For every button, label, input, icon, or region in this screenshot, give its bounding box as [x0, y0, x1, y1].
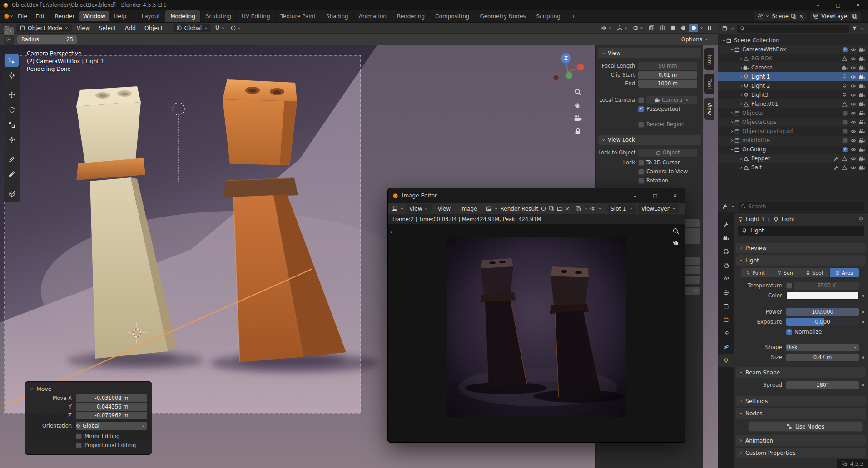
eye-icon[interactable] — [850, 83, 856, 89]
zoom-icon[interactable] — [574, 88, 582, 96]
tab-rendering[interactable]: Rendering — [392, 10, 430, 22]
spread-field[interactable]: 180° — [786, 381, 859, 389]
tab-world[interactable] — [718, 286, 734, 299]
tab-collection[interactable] — [718, 299, 734, 313]
menu-view[interactable]: View — [73, 24, 94, 32]
image-editor-canvas[interactable] — [388, 225, 685, 442]
expand-icon[interactable] — [739, 75, 743, 79]
lock-view-icon[interactable] — [574, 128, 582, 135]
render-visibility-icon[interactable] — [859, 165, 865, 171]
collection-checkbox[interactable] — [843, 147, 848, 152]
scale-tool[interactable] — [5, 118, 19, 132]
expand-icon[interactable] — [730, 138, 734, 143]
eye-icon[interactable] — [850, 65, 856, 71]
menu-add[interactable]: Add — [121, 24, 139, 32]
use-nodes-button[interactable]: Use Nodes — [748, 421, 863, 432]
power-slider[interactable]: 100.000 — [786, 308, 859, 316]
outliner-row-bg-box[interactable]: BG BOX — [718, 54, 868, 63]
collection-checkbox[interactable] — [843, 120, 848, 125]
tab-shading[interactable]: Shading — [321, 10, 353, 22]
chevron-down-icon[interactable] — [860, 26, 864, 30]
expand-icon[interactable] — [739, 66, 743, 70]
view-section-header[interactable]: View — [598, 48, 701, 58]
move-x-field[interactable]: -0.031008 m — [76, 394, 147, 402]
new-image-icon[interactable] — [549, 206, 555, 212]
view-layer-selector[interactable]: ViewLayer — [810, 12, 861, 21]
settings-section-header[interactable]: Settings — [736, 396, 866, 406]
tab-view[interactable]: View — [704, 98, 714, 120]
tab-physics[interactable] — [718, 340, 734, 354]
camera-view-icon[interactable] — [574, 114, 582, 122]
overlay-icon[interactable] — [590, 206, 596, 212]
shading-material-button[interactable] — [679, 24, 688, 32]
minimize-button[interactable]: – — [625, 188, 645, 203]
expand-icon[interactable] — [730, 129, 734, 133]
cursor-tool[interactable] — [5, 69, 19, 82]
clear-icon[interactable] — [685, 98, 689, 102]
pin-icon[interactable] — [858, 217, 864, 222]
eye-icon[interactable] — [850, 138, 856, 143]
image-name[interactable]: Render Result — [501, 206, 539, 212]
editor-type-icon[interactable] — [392, 206, 397, 212]
eye-icon[interactable] — [850, 119, 856, 125]
add-workspace-button[interactable]: + — [565, 10, 580, 22]
move-y-field[interactable]: -0.044356 m — [76, 403, 147, 411]
eye-icon[interactable] — [850, 47, 856, 53]
mirror-editing-checkbox[interactable] — [76, 434, 82, 439]
move-tool[interactable] — [5, 88, 19, 102]
breadcrumb-data[interactable]: Light — [781, 216, 795, 222]
overlays-dropdown[interactable] — [631, 25, 645, 31]
transform-tool[interactable] — [5, 133, 19, 147]
shading-solid-button[interactable] — [668, 24, 677, 32]
menu-window[interactable]: Window — [79, 11, 109, 21]
render-visibility-icon[interactable] — [859, 138, 865, 143]
exposure-slider[interactable]: 0.000 — [786, 318, 859, 326]
zoom-icon[interactable] — [672, 227, 680, 235]
proportional-editing-checkbox[interactable] — [76, 443, 82, 448]
outliner-row-ongoing[interactable]: OnGoing — [718, 145, 868, 154]
measure-tool[interactable] — [5, 167, 19, 181]
close-button[interactable]: ✕ — [665, 188, 685, 203]
annotate-tool[interactable] — [5, 153, 19, 166]
tab-object[interactable] — [718, 313, 734, 326]
tab-sculpting[interactable]: Sculpting — [200, 10, 236, 22]
add-cube-tool[interactable] — [5, 187, 19, 201]
eye-icon[interactable] — [850, 156, 856, 162]
eye-icon[interactable] — [850, 128, 856, 134]
expand-icon[interactable] — [730, 120, 734, 124]
move-operator-panel[interactable]: Move Move X-0.031008 m Y-0.044356 m Z-0.… — [25, 381, 152, 455]
mode-dropdown[interactable]: Object Mode — [16, 24, 72, 32]
tab-render[interactable] — [718, 231, 734, 245]
outliner-row-objects[interactable]: Objects — [718, 108, 868, 118]
outliner-row-objectscups[interactable]: ObjectsCups — [718, 118, 868, 127]
render-region-checkbox[interactable] — [638, 122, 644, 128]
close-button[interactable]: ✕ — [848, 0, 868, 10]
navigation-gizmo[interactable]: Z — [551, 52, 585, 85]
tab-compositing[interactable]: Compositing — [430, 10, 474, 22]
snap-toggle[interactable] — [213, 25, 227, 31]
expand-icon[interactable] — [739, 57, 743, 61]
preview-section-header[interactable]: Preview — [736, 243, 866, 253]
outliner-row-plane001[interactable]: Plane.001 — [718, 99, 868, 108]
tab-geometry-nodes[interactable]: Geometry Nodes — [474, 10, 531, 22]
breadcrumb-object[interactable]: Light 1 — [746, 216, 764, 222]
light-section-header[interactable]: Light — [736, 255, 866, 266]
expand-icon[interactable] — [730, 111, 734, 115]
render-visibility-icon[interactable] — [859, 56, 865, 62]
temperature-field[interactable]: 6500 K — [794, 282, 859, 290]
light-name-field[interactable]: Light — [738, 226, 864, 236]
tab-layout[interactable]: Layout — [136, 10, 165, 22]
outliner-row-scene-collection[interactable]: Scene Collection — [718, 36, 868, 45]
orientation-dropdown[interactable]: Global — [76, 422, 147, 430]
move-z-field[interactable]: -0.070962 m — [76, 412, 147, 419]
layer-dropdown[interactable]: ViewLayer — [638, 204, 679, 213]
type-sun-button[interactable]: Sun — [770, 268, 799, 277]
outliner-editor-icon[interactable] — [722, 25, 728, 31]
to-3d-cursor-checkbox[interactable] — [638, 160, 644, 166]
pan-hand-icon[interactable] — [574, 101, 582, 109]
radius-slider[interactable]: Radius 25 — [17, 35, 77, 44]
outliner-row-camera[interactable]: Camera — [718, 63, 868, 72]
tab-uv-editing[interactable]: UV Editing — [236, 10, 275, 22]
blender-menu-icon[interactable] — [4, 13, 10, 19]
outliner-search-input[interactable] — [747, 25, 846, 32]
